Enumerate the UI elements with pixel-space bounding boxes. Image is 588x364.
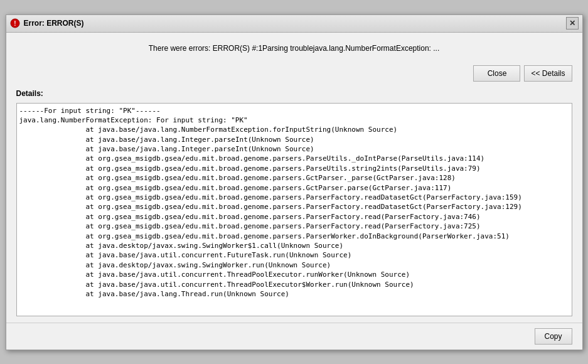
bottom-bar: Copy bbox=[6, 323, 582, 350]
details-textarea[interactable] bbox=[17, 104, 572, 316]
button-row: Close << Details bbox=[16, 63, 572, 84]
error-message: There were errors: ERROR(S) #:1Parsing t… bbox=[16, 39, 572, 58]
details-button[interactable]: << Details bbox=[524, 65, 572, 82]
title-bar: ! Error: ERROR(S) ✕ bbox=[6, 15, 582, 33]
dialog-title: Error: ERROR(S) bbox=[24, 19, 84, 28]
details-label: Details: bbox=[16, 89, 572, 98]
close-button[interactable]: Close bbox=[473, 65, 520, 82]
title-bar-left: ! Error: ERROR(S) bbox=[10, 18, 84, 28]
window-close-button[interactable]: ✕ bbox=[566, 17, 579, 29]
error-icon: ! bbox=[10, 18, 20, 28]
error-dialog: ! Error: ERROR(S) ✕ There were errors: E… bbox=[6, 14, 583, 350]
svg-text:!: ! bbox=[14, 20, 16, 27]
copy-button[interactable]: Copy bbox=[535, 328, 572, 345]
dialog-body: There were errors: ERROR(S) #:1Parsing t… bbox=[6, 33, 582, 323]
details-container bbox=[16, 103, 572, 316]
